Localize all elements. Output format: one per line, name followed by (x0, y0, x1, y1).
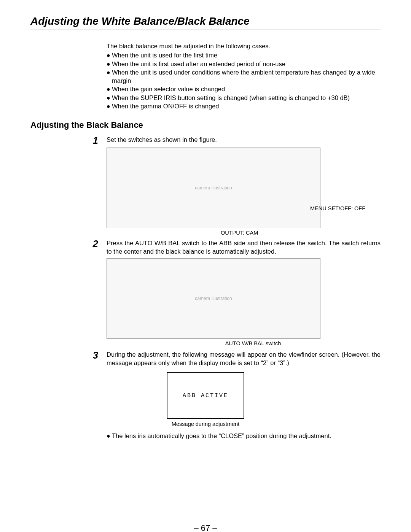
step-number: 2 (93, 238, 98, 249)
intro-bullet: ●When the gain selector value is changed (107, 85, 377, 93)
bullet-text: When the unit is used under conditions w… (112, 68, 377, 85)
intro-bullet: ●When the gamma ON/OFF is changed (107, 102, 377, 110)
intro-bullet: ●When the unit is used for the first tim… (107, 51, 377, 59)
step-3-note: ●The lens iris automatically goes to the… (107, 432, 381, 440)
step-3: 3 During the adjustment, the following m… (30, 350, 381, 367)
step-number: 1 (93, 135, 98, 146)
camera-illustration-1: camera illustration (107, 148, 320, 228)
page-number: – 67 – (30, 523, 381, 532)
bullet-text: When the unit is first used after an ext… (112, 60, 377, 68)
bullet-text: When the unit is used for the first time (112, 51, 377, 59)
step-text: During the adjustment, the following mes… (107, 350, 381, 367)
figure-step-2: camera illustration AUTO W/B BAL switch (107, 258, 381, 346)
intro-lead-text: The black balance must be adjusted in th… (107, 42, 377, 50)
viewfinder-message-box: ABB ACTIVE (167, 372, 244, 419)
bullet-text: When the SUPER IRIS button setting is ch… (112, 94, 377, 102)
step-1: 1 Set the switches as shown in the figur… (30, 135, 381, 145)
step-text: Press the AUTO W/B BAL switch to the ABB… (107, 239, 381, 256)
intro-block: The black balance must be adjusted in th… (107, 42, 377, 110)
intro-bullet: ●When the unit is first used after an ex… (107, 60, 377, 68)
viewfinder-message-text: ABB ACTIVE (183, 392, 228, 399)
step-text: Set the switches as shown in the figure. (107, 135, 381, 145)
camera-illustration-2: camera illustration (107, 258, 320, 339)
step-2: 2 Press the AUTO W/B BAL switch to the A… (30, 239, 381, 256)
bullet-text: The lens iris automatically goes to the … (112, 432, 381, 440)
section-heading: Adjusting the Black Balance (30, 120, 381, 130)
bullet-text: When the gain selector value is changed (112, 85, 377, 93)
page-title: Adjusting the White Balance/Black Balanc… (30, 15, 381, 31)
intro-bullet: ●When the SUPER IRIS button setting is c… (107, 94, 377, 102)
step-number: 3 (93, 349, 98, 361)
document-page: Adjusting the White Balance/Black Balanc… (0, 0, 411, 532)
intro-bullet: ●When the unit is used under conditions … (107, 68, 377, 85)
viewfinder-caption: Message during adjustment (30, 421, 381, 427)
figure-label-menu-set-off: MENU SET/OFF: OFF (310, 205, 365, 211)
figure-label-auto-wb-bal: AUTO W/B BAL switch (126, 340, 381, 346)
figure-label-output: OUTPUT: CAM (221, 230, 258, 236)
bullet-text: When the gamma ON/OFF is changed (112, 102, 377, 110)
figure-step-1: camera illustration MENU SET/OFF: OFF OU… (107, 148, 381, 228)
